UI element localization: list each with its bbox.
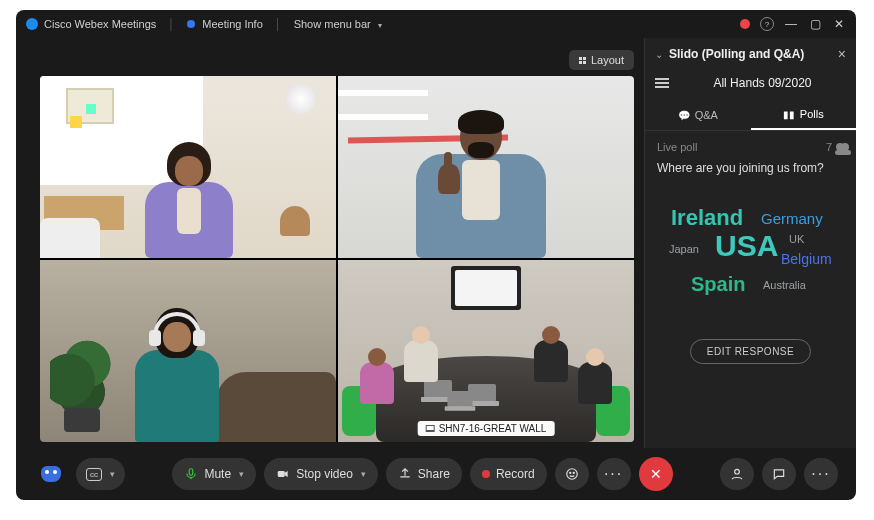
panel-header: ⌄ Slido (Polling and Q&A) × <box>645 38 856 70</box>
close-icon: ✕ <box>650 466 662 482</box>
app-window: Cisco Webex Meetings │ Meeting Info │ Sh… <box>16 10 856 500</box>
wordcloud-word: Ireland <box>671 205 743 231</box>
wordcloud-word: Germany <box>761 210 823 227</box>
svg-point-5 <box>735 469 740 474</box>
layout-button-label: Layout <box>591 54 624 66</box>
slido-panel: ⌄ Slido (Polling and Q&A) × All Hands 09… <box>644 38 856 448</box>
help-icon[interactable]: ? <box>760 17 774 31</box>
poll-meta-row: Live poll 7 <box>645 131 856 157</box>
show-menu-bar-button[interactable]: Show menu bar ▾ <box>294 18 382 30</box>
svg-point-2 <box>566 469 577 480</box>
stop-video-button[interactable]: Stop video ▾ <box>264 458 378 490</box>
tab-qa[interactable]: 💬 Q&A <box>645 100 751 130</box>
video-tile-3[interactable] <box>40 260 336 442</box>
info-dot-icon <box>187 20 195 28</box>
recording-indicator-icon <box>740 19 750 29</box>
separator: │ <box>275 18 282 30</box>
chevron-down-icon: ▾ <box>239 469 244 479</box>
camera-icon <box>276 467 290 481</box>
share-label: Share <box>418 467 450 481</box>
close-window-button[interactable]: ✕ <box>832 17 846 31</box>
video-tile-2[interactable] <box>338 76 634 258</box>
microphone-icon <box>184 467 198 481</box>
collapse-panel-icon[interactable]: ⌄ <box>655 49 663 60</box>
panel-title: Slido (Polling and Q&A) <box>669 47 804 61</box>
bar-chart-icon: ▮▮ <box>783 109 795 120</box>
chevron-down-icon: ▾ <box>110 469 115 479</box>
wordcloud-word: USA <box>715 229 778 263</box>
mute-label: Mute <box>204 467 231 481</box>
svg-rect-0 <box>190 469 194 475</box>
participants-icon <box>836 143 844 151</box>
svg-rect-1 <box>278 471 285 477</box>
closed-captions-button[interactable]: cc ▾ <box>76 458 125 490</box>
record-icon <box>482 470 490 478</box>
control-bar: cc ▾ Mute ▾ Stop video ▾ Share Re <box>16 448 856 500</box>
edit-response-button[interactable]: EDIT RESPONSE <box>690 339 811 364</box>
record-label: Record <box>496 467 535 481</box>
app-name: Cisco Webex Meetings <box>44 18 156 30</box>
main-content: Layout <box>16 38 856 448</box>
word-cloud: IrelandGermanyJapanUSAUKBelgiumSpainAust… <box>653 191 848 321</box>
panel-subheader: All Hands 09/2020 <box>645 70 856 100</box>
app-brand: Cisco Webex Meetings <box>26 18 156 30</box>
more-options-button[interactable]: ··· <box>597 458 631 490</box>
more-icon: ··· <box>811 465 830 483</box>
video-tile-1[interactable] <box>40 76 336 258</box>
chevron-down-icon: ▾ <box>378 21 382 30</box>
minimize-button[interactable]: — <box>784 17 798 31</box>
chevron-down-icon: ▾ <box>361 469 366 479</box>
mute-button[interactable]: Mute ▾ <box>172 458 256 490</box>
meeting-info-label: Meeting Info <box>202 18 263 30</box>
leave-meeting-button[interactable]: ✕ <box>639 457 673 491</box>
svg-point-4 <box>573 472 574 473</box>
wordcloud-word: UK <box>789 233 804 245</box>
participant-name-label: SHN7-16-GREAT WALL <box>418 421 555 436</box>
person-icon <box>730 467 744 481</box>
chat-icon <box>772 467 786 481</box>
event-title: All Hands 09/2020 <box>679 76 846 90</box>
wordcloud-word: Spain <box>691 273 745 296</box>
vote-count: 7 <box>826 141 832 153</box>
room-name-text: SHN7-16-GREAT WALL <box>439 423 547 434</box>
layout-button[interactable]: Layout <box>569 50 634 70</box>
assistant-icon <box>41 466 61 482</box>
more-icon: ··· <box>604 465 623 483</box>
panel-options-button[interactable]: ··· <box>804 458 838 490</box>
stop-video-label: Stop video <box>296 467 353 481</box>
live-poll-label: Live poll <box>657 141 697 153</box>
svg-point-3 <box>569 472 570 473</box>
menu-bar-label: Show menu bar <box>294 18 371 30</box>
wordcloud-word: Japan <box>669 243 699 255</box>
title-bar: Cisco Webex Meetings │ Meeting Info │ Sh… <box>16 10 856 38</box>
cc-icon: cc <box>86 468 102 481</box>
record-button[interactable]: Record <box>470 458 547 490</box>
video-grid: SHN7-16-GREAT WALL <box>40 76 634 442</box>
video-area: Layout <box>16 38 644 448</box>
share-button[interactable]: Share <box>386 458 462 490</box>
chat-bubble-icon: 💬 <box>678 110 690 121</box>
menu-icon[interactable] <box>655 78 669 88</box>
smiley-icon <box>565 467 579 481</box>
poll-question: Where are you joining us from? <box>645 157 856 185</box>
tab-polls-label: Polls <box>800 108 824 120</box>
reactions-button[interactable] <box>555 458 589 490</box>
grid-icon <box>579 57 586 64</box>
chat-button[interactable] <box>762 458 796 490</box>
tab-polls[interactable]: ▮▮ Polls <box>751 100 857 130</box>
webex-assistant-button[interactable] <box>34 458 68 490</box>
meeting-info-button[interactable]: Meeting Info <box>187 18 263 30</box>
room-device-icon <box>426 425 435 432</box>
tab-qa-label: Q&A <box>695 109 718 121</box>
participants-button[interactable] <box>720 458 754 490</box>
share-icon <box>398 467 412 481</box>
wordcloud-word: Australia <box>763 279 806 291</box>
close-panel-button[interactable]: × <box>838 46 846 62</box>
maximize-button[interactable]: ▢ <box>808 17 822 31</box>
webex-logo-icon <box>26 18 38 30</box>
wordcloud-word: Belgium <box>781 251 832 267</box>
panel-tabs: 💬 Q&A ▮▮ Polls <box>645 100 856 131</box>
separator: │ <box>168 18 175 30</box>
video-tile-4-active[interactable]: SHN7-16-GREAT WALL <box>338 260 634 442</box>
